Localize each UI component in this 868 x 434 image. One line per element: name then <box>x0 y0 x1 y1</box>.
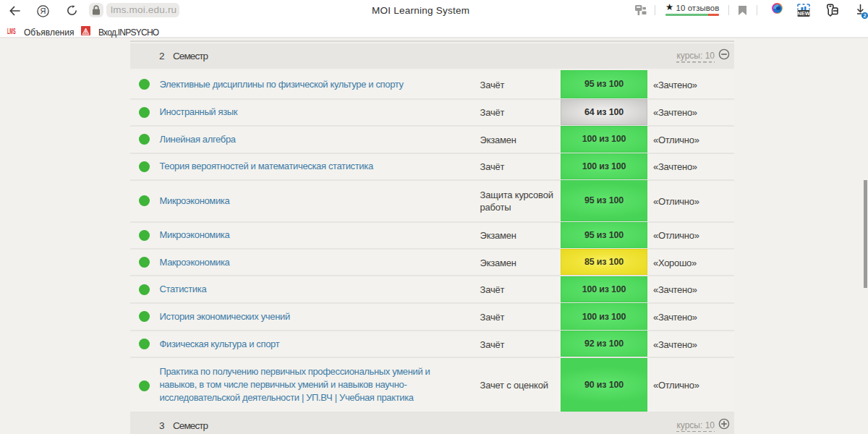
svg-text:NEW: NEW <box>797 10 810 17</box>
svg-text:Я: Я <box>41 7 46 15</box>
